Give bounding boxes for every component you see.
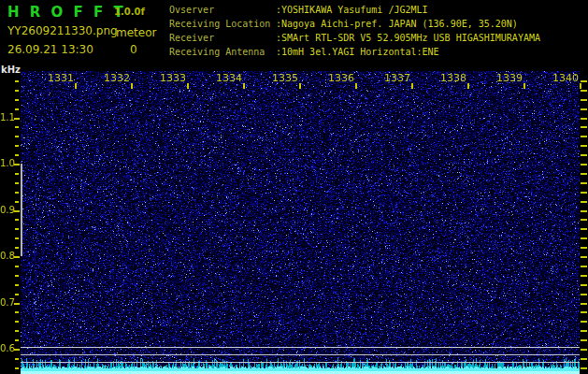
y-axis-minor-tick bbox=[15, 192, 19, 194]
app-title: H R O F F T bbox=[7, 4, 126, 21]
y-axis-minor-tick bbox=[15, 201, 19, 203]
y-axis-minor-tick bbox=[15, 173, 19, 175]
station-info-value: :SMArt RTL-SDR V5 52.905MHz USB HIGASHIM… bbox=[276, 31, 540, 45]
right-edge-tick bbox=[581, 201, 587, 203]
datetime-label: 26.09.21 13:30 bbox=[7, 43, 93, 56]
x-axis-tick bbox=[467, 83, 469, 89]
station-info-row: Receiver:SMArt RTL-SDR V5 52.905MHz USB … bbox=[169, 31, 540, 45]
x-axis-tick bbox=[411, 83, 413, 89]
y-axis-minor-tick bbox=[15, 219, 19, 221]
y-axis-minor-tick bbox=[15, 330, 19, 332]
right-edge-tick bbox=[581, 182, 587, 184]
x-axis-tick bbox=[131, 83, 133, 89]
y-axis-label: 0.9 bbox=[0, 206, 13, 215]
station-info-value: :YOSHIKAWA Yasufumi /JG2MLI bbox=[276, 3, 428, 17]
y-axis-minor-tick bbox=[15, 321, 19, 323]
hrofft-window: H R O F F T 1.0.0f YY2609211330.png mete… bbox=[0, 0, 588, 374]
y-axis-minor-tick bbox=[15, 154, 19, 156]
output-filename: YY2609211330.png bbox=[7, 24, 118, 37]
y-axis-minor-tick bbox=[15, 145, 19, 147]
reference-line-3 bbox=[21, 362, 580, 363]
y-axis-minor-tick bbox=[15, 90, 19, 92]
x-axis-label: 1333 bbox=[154, 74, 186, 83]
station-info-block: Ovserver:YOSHIKAWA Yasufumi /JG2MLIRecei… bbox=[169, 3, 540, 59]
right-edge-tick bbox=[581, 80, 587, 82]
x-axis-label: 1331 bbox=[42, 74, 74, 83]
station-info-row: Receiving Location:Nagoya Aichi-pref. JA… bbox=[169, 17, 540, 31]
y-axis-minor-tick bbox=[15, 266, 19, 267]
right-edge-tick bbox=[581, 192, 587, 194]
right-edge-tick bbox=[581, 154, 587, 156]
right-edge-tick bbox=[581, 311, 587, 313]
right-edge-tick bbox=[581, 99, 587, 101]
right-edge-tick bbox=[581, 237, 587, 239]
y-axis-label: 0.6 bbox=[0, 344, 13, 353]
right-edge-tick bbox=[581, 108, 587, 110]
y-axis-label: 1.0 bbox=[0, 159, 13, 168]
right-edge-tick bbox=[581, 275, 587, 277]
app-version: 1.0.0f bbox=[114, 7, 145, 17]
right-edge-tick bbox=[581, 303, 587, 305]
right-edge-tick bbox=[581, 118, 587, 120]
right-edge-tick bbox=[581, 247, 587, 249]
mode-label: meteor bbox=[116, 26, 156, 39]
y-axis-minor-tick bbox=[15, 126, 19, 128]
y-axis-minor-tick bbox=[15, 80, 19, 82]
y-axis-minor-tick bbox=[15, 339, 19, 341]
right-edge-tick bbox=[581, 358, 587, 360]
station-info-label: Receiving Location bbox=[169, 17, 276, 31]
x-axis-tick bbox=[299, 83, 301, 89]
x-axis-label: 1338 bbox=[435, 74, 466, 83]
right-edge-tick bbox=[581, 321, 587, 323]
x-axis-tick bbox=[355, 83, 357, 89]
x-axis-label: 1332 bbox=[98, 74, 130, 83]
y-axis-minor-tick bbox=[15, 182, 19, 184]
right-edge-tick bbox=[581, 126, 587, 128]
right-edge-tick bbox=[581, 294, 587, 295]
right-edge-tick bbox=[581, 330, 587, 332]
station-info-label: Ovserver bbox=[169, 3, 276, 17]
right-edge-tick bbox=[581, 90, 587, 92]
x-axis-label: 1334 bbox=[210, 74, 242, 83]
meteor-echo-count: 0 bbox=[130, 43, 137, 56]
right-edge-tick bbox=[581, 256, 587, 258]
right-edge-tick bbox=[581, 145, 587, 147]
freq-unit-label: kHz bbox=[1, 65, 21, 75]
right-edge-tick bbox=[581, 210, 587, 212]
y-axis-minor-tick bbox=[15, 228, 19, 230]
x-axis-label: 1335 bbox=[266, 74, 298, 83]
station-info-row: Receiving Antenna:10mH 3el.YAGI Horizont… bbox=[169, 45, 540, 59]
reference-line-2 bbox=[21, 354, 580, 355]
station-info-row: Ovserver:YOSHIKAWA Yasufumi /JG2MLI bbox=[169, 3, 540, 17]
y-axis-minor-tick bbox=[15, 358, 19, 360]
station-info-label: Receiving Antenna bbox=[169, 45, 276, 59]
right-edge-tick bbox=[581, 266, 587, 267]
right-edge-tick bbox=[581, 367, 587, 369]
y-axis-minor-tick bbox=[15, 275, 19, 277]
right-edge-tick bbox=[581, 284, 587, 286]
y-axis-minor-tick bbox=[15, 247, 19, 249]
spectrogram-canvas bbox=[21, 71, 580, 374]
right-edge-tick bbox=[581, 173, 587, 175]
station-info-label: Receiver bbox=[169, 31, 276, 45]
right-edge-tick bbox=[581, 219, 587, 221]
x-axis-tick bbox=[523, 83, 525, 89]
x-axis-label: 1337 bbox=[379, 74, 410, 83]
right-edge-tick bbox=[581, 228, 587, 230]
x-axis-tick bbox=[187, 83, 189, 89]
right-edge-tick bbox=[581, 349, 587, 351]
y-axis-minor-tick bbox=[15, 367, 19, 369]
station-info-value: :10mH 3el.YAGI Horizontal:ENE bbox=[276, 45, 439, 59]
y-axis-minor-tick bbox=[15, 136, 19, 137]
y-axis-minor-tick bbox=[15, 237, 19, 239]
y-axis-label: 0.7 bbox=[0, 298, 13, 308]
y-axis-minor-tick bbox=[15, 284, 19, 286]
y-axis-label: 1.1 bbox=[0, 113, 13, 122]
right-edge-tick bbox=[581, 164, 587, 165]
y-axis-minor-tick bbox=[15, 294, 19, 295]
y-axis-minor-tick bbox=[15, 99, 19, 101]
x-axis-tick bbox=[75, 83, 77, 89]
x-axis-label: 1339 bbox=[491, 74, 523, 83]
right-edge-tick bbox=[581, 136, 587, 137]
freq-range-marker bbox=[21, 164, 22, 256]
